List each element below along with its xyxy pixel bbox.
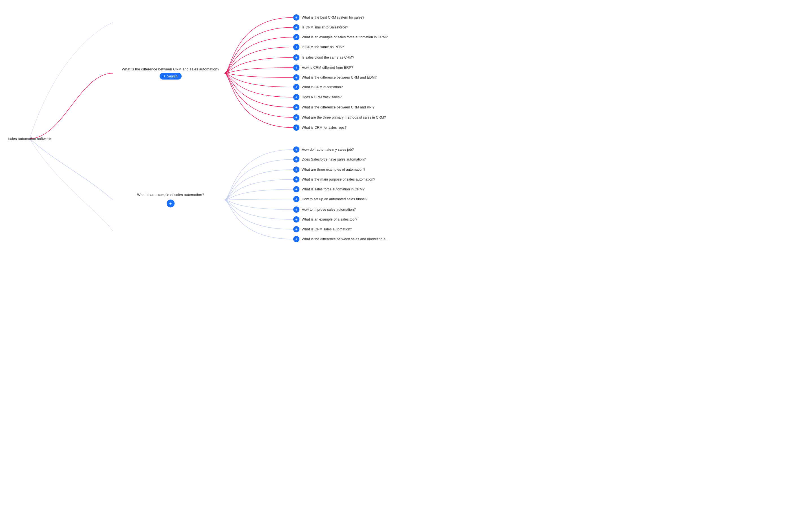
leaf-plus-icon[interactable]: +: [293, 14, 299, 20]
top-leaf-item: + What are the three primary methods of …: [293, 114, 386, 121]
leaf-plus-icon[interactable]: +: [293, 216, 299, 223]
leaf-plus-icon[interactable]: +: [293, 114, 299, 121]
bottom-leaf-item: + How to set up an automated sales funne…: [293, 196, 367, 202]
bottom-leaf-item: + What is an example of a sales tool?: [293, 216, 357, 223]
top-leaf-item: + What is the difference between CRM and…: [293, 104, 374, 110]
leaf-plus-icon[interactable]: +: [293, 236, 299, 242]
leaf-label: What is CRM sales automation?: [302, 227, 352, 231]
plus-icon: +: [163, 74, 165, 78]
leaf-plus-icon[interactable]: +: [293, 34, 299, 40]
bottom-leaf-item: + What is CRM sales automation?: [293, 226, 352, 232]
leaf-label: Is CRM similar to Salesforce?: [302, 25, 348, 29]
search-button[interactable]: + Search: [160, 73, 182, 80]
leaf-plus-icon[interactable]: +: [293, 64, 299, 71]
mid2-label: What is an example of sales automation?: [137, 193, 204, 197]
mid1-label: What is the difference between CRM and s…: [122, 67, 219, 71]
leaf-plus-icon[interactable]: +: [293, 147, 299, 153]
bottom-leaf-item: + What are three examples of automation?: [293, 166, 365, 173]
leaf-label: What is an example of a sales tool?: [302, 217, 357, 221]
top-leaf-item: + Is CRM similar to Salesforce?: [293, 24, 348, 31]
top-leaf-item: + Does a CRM track sales?: [293, 94, 342, 100]
leaf-label: How to set up an automated sales funnel?: [302, 197, 367, 201]
top-leaf-item: + How is CRM different from ERP?: [293, 64, 353, 71]
leaf-plus-icon[interactable]: +: [293, 207, 299, 213]
top-leaf-item: + Is CRM the same as POS?: [293, 44, 344, 50]
top-leaf-item: + What is CRM for sales reps?: [293, 124, 347, 131]
leaf-plus-icon[interactable]: +: [293, 156, 299, 163]
leaf-label: Does a CRM track sales?: [302, 95, 342, 99]
bottom-leaf-item: + Does Salesforce have sales automation?: [293, 156, 366, 163]
leaf-label: What is the main purpose of sales automa…: [302, 177, 375, 181]
bottom-leaf-item: + What is the main purpose of sales auto…: [293, 176, 375, 182]
leaf-plus-icon[interactable]: +: [293, 176, 299, 182]
leaf-label: Is sales cloud the same as CRM?: [302, 55, 354, 59]
leaf-plus-icon[interactable]: +: [293, 84, 299, 90]
leaf-label: What is the difference between sales and…: [302, 237, 389, 241]
leaf-label: What is sales force automation in CRM?: [302, 187, 364, 191]
leaf-label: What is CRM automation?: [302, 85, 343, 89]
leaf-label: Is CRM the same as POS?: [302, 45, 344, 49]
top-leaf-item: + What is the best CRM system for sales?: [293, 14, 364, 20]
leaf-plus-icon[interactable]: +: [293, 24, 299, 31]
leaf-label: How is CRM different from ERP?: [302, 66, 353, 69]
leaf-label: Does Salesforce have sales automation?: [302, 158, 366, 161]
leaf-plus-icon[interactable]: +: [293, 44, 299, 50]
leaf-label: How to improve sales automation?: [302, 208, 356, 212]
search-button-label: Search: [167, 74, 177, 78]
mid2-plus-button[interactable]: +: [167, 200, 174, 208]
leaf-plus-icon[interactable]: +: [293, 226, 299, 232]
leaf-label: What is the best CRM system for sales?: [302, 15, 364, 19]
leaf-plus-icon[interactable]: +: [293, 166, 299, 173]
bottom-leaf-item: + What is sales force automation in CRM?: [293, 186, 364, 192]
leaf-plus-icon[interactable]: +: [293, 104, 299, 110]
leaf-plus-icon[interactable]: +: [293, 74, 299, 80]
leaf-plus-icon[interactable]: +: [293, 196, 299, 202]
top-leaf-item: + What is an example of sales force auto…: [293, 34, 388, 40]
bottom-leaf-item: + How do I automate my sales job?: [293, 147, 354, 153]
bottom-leaf-item: + What is the difference between sales a…: [293, 236, 389, 242]
leaf-label: How do I automate my sales job?: [302, 148, 354, 152]
leaf-label: What is an example of sales force automa…: [302, 35, 388, 39]
leaf-label: What are the three primary methods of sa…: [302, 115, 386, 119]
leaf-label: What is the difference between CRM and K…: [302, 105, 374, 109]
leaf-label: What are three examples of automation?: [302, 168, 365, 172]
leaf-plus-icon[interactable]: +: [293, 94, 299, 100]
top-leaf-item: + What is CRM automation?: [293, 84, 343, 90]
leaf-label: What is CRM for sales reps?: [302, 126, 347, 129]
leaf-plus-icon[interactable]: +: [293, 186, 299, 192]
bottom-leaf-item: + How to improve sales automation?: [293, 207, 356, 213]
top-leaf-item: + Is sales cloud the same as CRM?: [293, 54, 354, 61]
leaf-label: What is the difference between CRM and E…: [302, 75, 377, 79]
leaf-plus-icon[interactable]: +: [293, 54, 299, 61]
top-leaf-item: + What is the difference between CRM and…: [293, 74, 377, 80]
leaf-plus-icon[interactable]: +: [293, 124, 299, 131]
root-node-label: sales automation software: [8, 136, 51, 141]
